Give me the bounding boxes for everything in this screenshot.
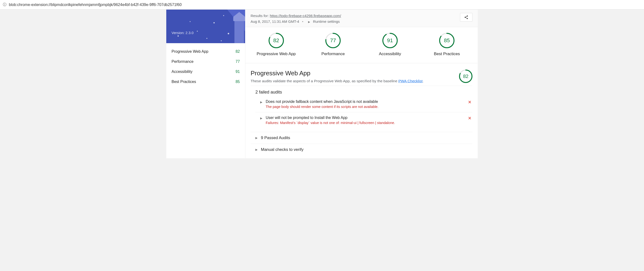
chevron-right-icon: ▶: [256, 148, 258, 151]
svg-point-5: [178, 36, 179, 37]
sidebar-item-score: 91: [236, 70, 240, 74]
score-gauge[interactable]: 91 Accessibility: [368, 33, 412, 56]
audit-title: User will not be prompted to Install the…: [266, 116, 472, 120]
svg-point-11: [221, 40, 222, 41]
sidebar-item-score: 77: [236, 60, 240, 64]
audit-item[interactable]: ▶ User will not be prompted to Install t…: [256, 112, 472, 128]
failed-audit-list: ▶ Does not provide fallback content when…: [256, 95, 472, 128]
sidebar-item-label: Accessibility: [172, 70, 192, 74]
audit-desc: Failures: Manifest's `display` value is …: [266, 121, 472, 125]
browser-url-bar[interactable]: ⓘ blob:chrome-extension://blipmdconlkpin…: [0, 0, 644, 10]
gauge-score: 91: [382, 33, 398, 48]
sidebar-item-pwa[interactable]: Progressive Web App 82: [166, 47, 245, 57]
score-gauges: 82 Progressive Web App 77 Performance 91…: [245, 27, 478, 63]
manual-checks-toggle[interactable]: ▶ Manual checks to verify: [250, 144, 472, 155]
sidebar-item-score: 82: [236, 49, 240, 54]
url-text: blob:chrome-extension://blipmdconlkpinef…: [9, 3, 182, 7]
fail-icon: ✕: [468, 100, 472, 105]
sidebar: Lighthouse Version: 2.3.0 Progressive We…: [166, 10, 245, 158]
share-button[interactable]: [460, 13, 472, 22]
sidebar-item-label: Best Practices: [172, 80, 196, 84]
report-stage: Lighthouse Version: 2.3.0 Progressive We…: [0, 10, 644, 158]
svg-rect-3: [233, 17, 245, 21]
results-label: Results for:: [250, 14, 270, 18]
chevron-right-icon[interactable]: ▶: [308, 20, 310, 24]
sidebar-item-performance[interactable]: Performance 77: [166, 57, 245, 67]
score-gauge[interactable]: 85 Best Practices: [425, 33, 468, 56]
failed-audits-section: 2 failed audits ▶ Does not provide fallb…: [250, 86, 472, 132]
gauge-label: Best Practices: [434, 52, 460, 56]
gauge-score: 85: [439, 33, 454, 48]
gauge-score: 77: [325, 33, 341, 48]
result-datetime: Aug 8, 2017, 11:31 AM GMT-4: [250, 20, 299, 24]
main-content: Results for: https://todo-firebase-c4298…: [245, 10, 478, 158]
topbar-left: Results for: https://todo-firebase-c4298…: [250, 13, 341, 25]
gauge-label: Progressive Web App: [256, 52, 296, 56]
gauge-score: 82: [268, 33, 284, 48]
info-icon: ⓘ: [3, 3, 6, 7]
brand-title: Lighthouse: [172, 21, 240, 29]
passed-audits-toggle[interactable]: ▶ 9 Passed Audits: [250, 132, 472, 144]
audit-desc: The page body should render some content…: [266, 105, 472, 109]
audit-title: Does not provide fallback content when J…: [266, 100, 472, 104]
svg-marker-4: [233, 12, 245, 17]
gauge-ring: 91: [382, 33, 398, 48]
audit-item[interactable]: ▶ Does not provide fallback content when…: [256, 96, 472, 112]
category-score-ring: 82: [459, 70, 472, 83]
sidebar-item-accessibility[interactable]: Accessibility 91: [166, 67, 245, 77]
gauge-ring: 82: [268, 33, 284, 48]
sidebar-nav: Progressive Web App 82 Performance 77 Ac…: [166, 43, 245, 90]
score-gauge[interactable]: 82 Progressive Web App: [255, 33, 298, 56]
category-desc-pre: These audits validate the aspects of a P…: [250, 79, 398, 83]
category-pwa: Progressive Web App These audits validat…: [245, 63, 478, 158]
brand-version: Version: 2.3.0: [172, 31, 240, 35]
sidebar-item-label: Performance: [172, 60, 194, 64]
svg-point-9: [206, 38, 208, 39]
gauge-ring: 85: [439, 33, 454, 48]
share-icon: [464, 15, 468, 20]
category-description: These audits validate the aspects of a P…: [250, 78, 424, 84]
passed-audits-label: 9 Passed Audits: [261, 136, 290, 140]
results-topbar: Results for: https://todo-firebase-c4298…: [245, 10, 478, 27]
sidebar-item-score: 85: [236, 80, 240, 84]
category-desc-post: .: [422, 79, 424, 83]
sidebar-item-best-practices[interactable]: Best Practices 85: [166, 77, 245, 87]
brand-header: Lighthouse Version: 2.3.0: [166, 10, 245, 43]
fail-icon: ✕: [468, 116, 472, 121]
result-url-link[interactable]: https://todo-firebase-c4298.firebaseapp.…: [270, 14, 341, 18]
chevron-right-icon: ▶: [260, 117, 262, 120]
category-header: Progressive Web App These audits validat…: [250, 70, 472, 86]
chevron-right-icon: ▶: [260, 101, 262, 104]
chevron-right-icon: ▶: [256, 136, 258, 140]
pwa-checklist-link[interactable]: PWA Checklist: [398, 79, 422, 83]
gauge-label: Accessibility: [379, 52, 401, 56]
category-score: 82: [459, 70, 472, 83]
gauge-ring: 77: [325, 33, 341, 48]
score-gauge[interactable]: 77 Performance: [312, 33, 354, 56]
runtime-settings-label[interactable]: Runtime settings: [313, 20, 340, 24]
dot-separator: •: [302, 20, 303, 24]
failed-audits-header: 2 failed audits: [256, 90, 472, 95]
sidebar-item-label: Progressive Web App: [172, 49, 208, 54]
gauge-label: Performance: [322, 52, 345, 56]
lighthouse-report: Lighthouse Version: 2.3.0 Progressive We…: [166, 10, 478, 158]
category-title: Progressive Web App: [250, 70, 424, 77]
svg-point-8: [223, 15, 224, 16]
manual-checks-label: Manual checks to verify: [261, 147, 304, 152]
